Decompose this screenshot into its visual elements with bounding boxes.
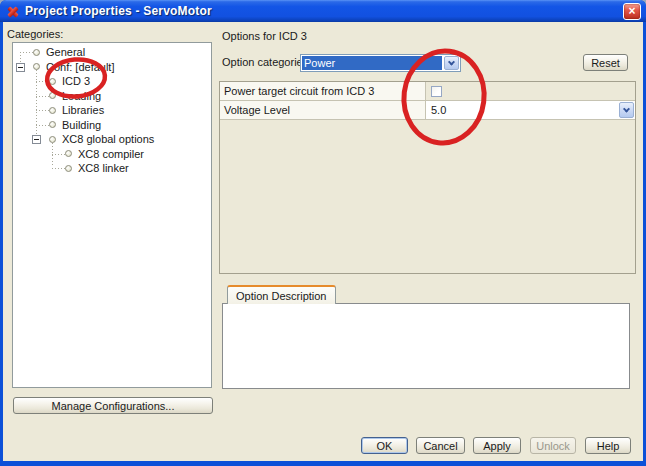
combo-dropdown-button[interactable]	[444, 56, 459, 70]
options-property-sheet: Power target circuit from ICD 3 Voltage …	[219, 81, 636, 274]
option-categories-label: Option categories:	[222, 56, 311, 68]
categories-label: Categories:	[7, 28, 63, 40]
tree-connector	[20, 52, 33, 53]
property-value-cell	[426, 82, 635, 101]
project-properties-dialog: Project Properties - ServoMotor × Catego…	[0, 0, 646, 466]
tree-item-label: Building	[62, 119, 101, 131]
tree-bullet-icon	[65, 165, 72, 172]
tree-item-label: XC8 linker	[78, 162, 129, 174]
property-row-power-target: Power target circuit from ICD 3	[220, 82, 635, 101]
close-icon[interactable]: ×	[623, 3, 641, 20]
manage-configurations-button[interactable]: Manage Configurations...	[13, 397, 213, 414]
tree-item-conf-default[interactable]: Conf: [default]	[13, 60, 211, 75]
cancel-button[interactable]: Cancel	[416, 437, 465, 454]
property-row-voltage-level: Voltage Level 5.0	[220, 101, 635, 120]
combo-dropdown-button[interactable]	[619, 102, 634, 118]
power-target-checkbox[interactable]	[431, 86, 442, 97]
tree-item-loading[interactable]: Loading	[13, 89, 211, 104]
tree-bullet-icon	[49, 121, 56, 128]
property-label: Voltage Level	[220, 101, 426, 120]
tree-bullet-icon	[33, 63, 40, 70]
tree-item-xc8-compiler[interactable]: XC8 compiler	[13, 147, 211, 162]
titlebar[interactable]: Project Properties - ServoMotor ×	[0, 0, 646, 22]
property-label: Power target circuit from ICD 3	[220, 82, 426, 101]
categories-tree: General Conf: [default] ICD 3 Loading Li	[12, 42, 212, 388]
tree-bullet-icon	[49, 92, 56, 99]
tree-item-xc8-global-options[interactable]: XC8 global options	[13, 132, 211, 147]
tree-item-general[interactable]: General	[13, 45, 211, 60]
tree-connector	[52, 154, 65, 155]
app-red-x-icon	[6, 4, 20, 18]
options-panel-title: Options for ICD 3	[222, 30, 307, 42]
reset-button[interactable]: Reset	[583, 54, 628, 71]
tab-option-description[interactable]: Option Description	[227, 285, 336, 304]
tree-bullet-icon	[33, 49, 40, 56]
tree-item-libraries[interactable]: Libraries	[13, 103, 211, 118]
tree-connector	[36, 81, 49, 82]
ok-button[interactable]: OK	[361, 437, 408, 454]
tree-bullet-icon	[49, 78, 56, 85]
tree-item-building[interactable]: Building	[13, 118, 211, 133]
tree-item-label: General	[46, 46, 85, 58]
option-categories-select[interactable]: Power	[300, 54, 461, 72]
option-categories-selected-value: Power	[302, 56, 442, 70]
tree-connector	[36, 125, 49, 126]
tree-bullet-icon	[49, 136, 56, 143]
tree-item-label: Conf: [default]	[46, 61, 115, 73]
chevron-down-icon	[623, 105, 630, 112]
collapse-minus-icon[interactable]	[32, 135, 41, 144]
unlock-button: Unlock	[530, 437, 576, 454]
help-button[interactable]: Help	[585, 437, 631, 454]
tree-item-label: Loading	[62, 90, 101, 102]
tree-item-label: ICD 3	[62, 75, 90, 87]
tree-item-icd3[interactable]: ICD 3	[13, 74, 211, 89]
tree-connector	[52, 168, 65, 169]
tree-item-label: Libraries	[62, 104, 104, 116]
window-title: Project Properties - ServoMotor	[25, 4, 212, 18]
option-description-textarea[interactable]	[222, 303, 630, 389]
collapse-minus-icon[interactable]	[16, 63, 25, 72]
tree-item-label: XC8 global options	[62, 133, 154, 145]
apply-button[interactable]: Apply	[473, 437, 521, 454]
voltage-level-select[interactable]: 5.0	[426, 101, 635, 120]
tree-bullet-icon	[49, 107, 56, 114]
tree-item-xc8-linker[interactable]: XC8 linker	[13, 161, 211, 176]
voltage-level-value: 5.0	[431, 104, 446, 116]
tree-connector	[36, 96, 49, 97]
chevron-down-icon	[448, 58, 455, 65]
tree-bullet-icon	[65, 150, 72, 157]
tree-connector	[36, 110, 49, 111]
tree-item-label: XC8 compiler	[78, 148, 144, 160]
